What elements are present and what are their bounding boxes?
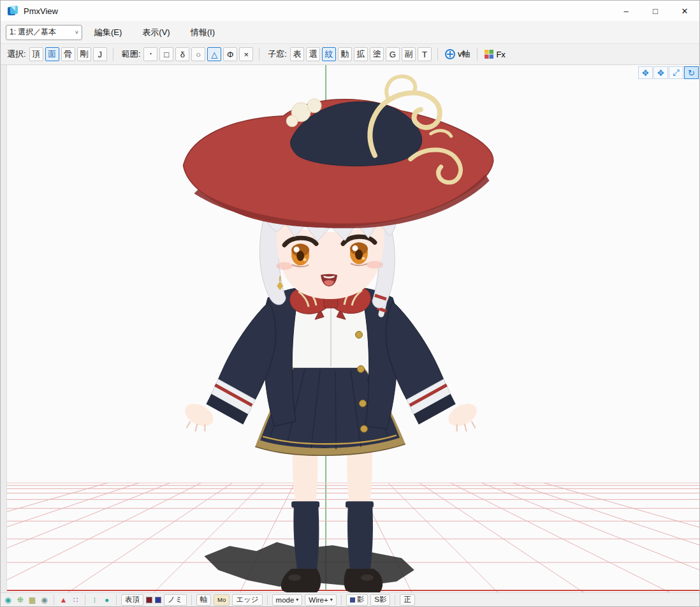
range-point-button[interactable]: ・ [143,47,157,61]
edge-toggle[interactable]: エッジ [232,594,262,606]
viewport: ✥ ✥ ⤢ ↻ [1,65,699,592]
select-vertex-button[interactable]: 頂 [29,47,43,61]
pan-model-button[interactable]: ✥ [653,66,668,79]
bottombar-separator [54,595,54,605]
toolbar-separator [477,48,478,61]
zoom-button[interactable]: ⤢ [669,66,683,79]
vaxis-label: v軸 [458,48,470,60]
range-phi-button[interactable]: Φ [223,47,237,61]
blush-right [367,261,383,268]
show-vertices-toggle[interactable]: 表頂 [121,594,143,606]
material-color-swatch-blue[interactable] [155,597,161,603]
pmxview-window: PmxView – □ ✕ 1: 選択／基本 ˅ 編集(E) 表示(V) 情報(… [0,0,700,607]
mode-dropdown[interactable]: mode ▾ [272,594,303,606]
maximize-button[interactable]: □ [641,1,670,21]
bottombar-separator [267,595,268,605]
wire-dropdown[interactable]: Wire+ ▾ [305,594,336,606]
nomi-toggle[interactable]: ノミ [164,594,187,606]
character-hat [183,77,493,228]
shadow-icon [350,597,355,603]
minimize-button[interactable]: – [611,1,641,21]
bottombar-separator [116,595,117,605]
range-circle-button[interactable]: ○ [191,47,205,61]
mode-combobox-value: 1: 選択／基本 [10,27,56,38]
fx-toggle[interactable]: Fx [483,50,506,59]
mode-label: mode [276,596,295,604]
front-view-toggle[interactable]: 正 [400,594,415,606]
self-shadow-label: S影 [374,595,386,604]
subwin-pattern-button[interactable]: 紋 [322,47,336,61]
show-vertices-label: 表頂 [125,595,140,604]
select-bone-button[interactable]: 骨 [61,47,75,61]
subwin-paint-button[interactable]: 塗 [370,47,384,61]
toolbar: 選択: 頂 面 骨 剛 J 範囲: ・ □ δ ○ △ Φ × 子窓: 表 選 … [1,44,699,65]
dots-column-icon[interactable]: ⁝ [90,596,99,604]
bottombar-separator [341,595,342,605]
chevron-down-icon: ▾ [330,597,333,603]
dots-icon[interactable]: ∷ [71,596,80,604]
range-lasso-button[interactable]: δ [175,47,189,61]
axis-toggle[interactable]: 軸 [196,594,212,606]
edge-label: エッジ [236,595,258,604]
bottombar: ◉ ❊ ▦ ◉ ▲ ∷ ⁝ ● 表頂 ノミ 軸 Mo エッジ mode ▾ [1,592,699,606]
bottombar-separator [85,595,85,605]
vaxis-toggle[interactable]: v軸 [444,48,472,60]
select-rigid-button[interactable]: 剛 [77,47,91,61]
wire-label: Wire+ [309,596,328,604]
select-group-label: 選択: [7,48,26,60]
viewport-left-strip [1,65,7,592]
range-rect-button[interactable]: □ [159,47,173,61]
close-button[interactable]: ✕ [670,1,699,21]
subwin-select-button[interactable]: 選 [306,47,320,61]
shadow-label: 影 [357,595,365,604]
axis-label: 軸 [200,595,208,604]
morph-toggle[interactable]: Mo [214,594,230,606]
subwindow-group-label: 子窓: [268,48,287,60]
crosshair-icon [445,49,455,59]
range-group-label: 範囲: [122,48,141,60]
select-face-button[interactable]: 面 [45,47,59,61]
flower-icon[interactable]: ❊ [15,596,25,604]
shadow-toggle[interactable]: 影 [346,594,368,606]
app-icon [7,5,18,17]
subwin-expand-button[interactable]: 拡 [354,47,368,61]
toolbar-separator [437,48,438,61]
menu-info[interactable]: 情報(I) [182,23,223,42]
chevron-down-icon: ˅ [75,29,78,36]
triangle-icon[interactable]: ▲ [59,596,68,604]
subwin-motion-button[interactable]: 動 [338,47,352,61]
subwin-g-button[interactable]: G [386,47,400,61]
material-color-swatch-red[interactable] [146,597,152,603]
range-clear-button[interactable]: × [239,47,253,61]
fx-grid-icon [485,50,493,59]
pan-view-button[interactable]: ✥ [638,66,653,79]
menu-view[interactable]: 表示(V) [134,23,178,42]
self-shadow-toggle[interactable]: S影 [370,594,390,606]
target-icon[interactable]: ◉ [3,596,13,604]
select-joint-button[interactable]: J [93,47,107,61]
window-title: PmxView [24,6,58,16]
ring-icon[interactable]: ◉ [40,596,49,604]
menu-edit[interactable]: 編集(E) [86,23,130,42]
blush-left [276,262,293,270]
toolbar-separator [259,48,259,61]
bottombar-separator [191,595,192,605]
rotate-button[interactable]: ↻ [684,66,699,79]
subwin-display-button[interactable]: 表 [290,47,304,61]
toolbar-separator [113,48,113,61]
character-model [181,77,493,592]
chevron-down-icon: ▾ [296,597,298,603]
subwin-t-button[interactable]: T [418,47,432,61]
front-view-label: 正 [404,595,411,604]
fx-label: Fx [496,50,505,59]
subwin-sub-button[interactable]: 副 [402,47,416,61]
grid-icon[interactable]: ▦ [27,596,37,604]
range-triangle-button[interactable]: △ [207,47,221,61]
mode-combobox[interactable]: 1: 選択／基本 ˅ [6,25,82,40]
viewport-canvas[interactable] [7,65,699,592]
viewport-controls: ✥ ✥ ⤢ ↻ [638,66,699,79]
nomi-label: ノミ [168,595,183,604]
menubar: 1: 選択／基本 ˅ 編集(E) 表示(V) 情報(I) [1,21,699,44]
titlebar: PmxView – □ ✕ [1,1,699,21]
dot-icon[interactable]: ● [102,596,112,604]
